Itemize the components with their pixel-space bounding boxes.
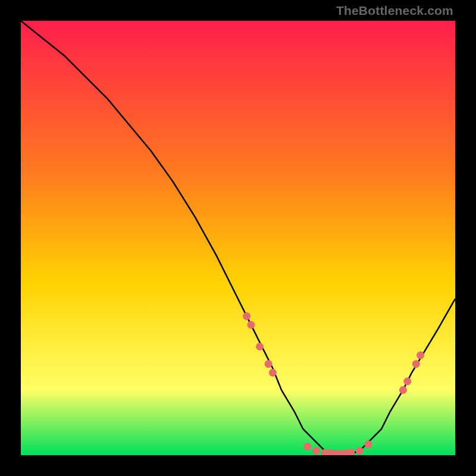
curve-marker — [265, 360, 273, 368]
chart-frame — [21, 21, 455, 455]
heatmap-background — [21, 21, 455, 455]
curve-marker — [312, 447, 320, 455]
curve-marker — [365, 440, 372, 448]
curve-marker — [403, 377, 411, 385]
curve-marker — [416, 352, 424, 359]
curve-marker — [303, 443, 311, 450]
watermark-text: TheBottleneck.com — [336, 4, 453, 18]
curve-marker — [269, 369, 277, 377]
curve-marker — [243, 312, 250, 320]
curve-marker — [256, 343, 264, 350]
curve-marker — [247, 321, 255, 329]
chart-plot — [21, 21, 455, 455]
curve-marker — [399, 386, 407, 394]
curve-marker — [356, 447, 364, 455]
curve-marker — [412, 360, 420, 368]
